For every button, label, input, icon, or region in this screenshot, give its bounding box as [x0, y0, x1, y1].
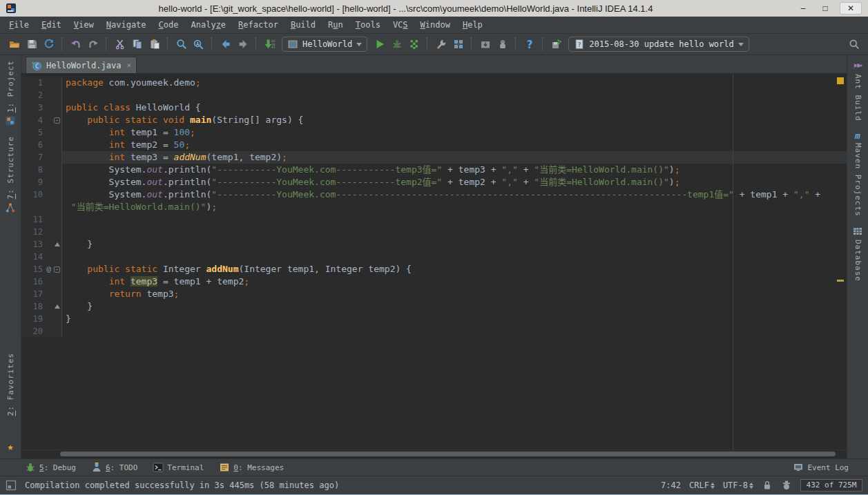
code-text[interactable]: int temp2 = 50; — [62, 139, 847, 151]
inspection-profile-icon[interactable] — [781, 480, 792, 491]
warning-stripe-mark[interactable] — [837, 280, 844, 282]
line-ending-selector[interactable]: CRLF — [689, 481, 715, 490]
fold-end-icon[interactable] — [55, 242, 60, 246]
code-text[interactable]: package com.youmeek.demo; — [62, 77, 847, 89]
code-text[interactable]: } — [62, 238, 847, 251]
code-text[interactable]: int temp3 = addNum(temp1, temp2); — [62, 151, 847, 164]
code-text[interactable]: System.out.println("-----------YouMeek.c… — [62, 188, 847, 201]
menu-build[interactable]: Build — [284, 18, 322, 32]
code-line-15[interactable]: 15@- public static Integer addNum(Intege… — [21, 263, 847, 275]
menu-code[interactable]: Code — [153, 18, 185, 32]
tool-window-button-7-structure[interactable]: 7: Structure — [5, 131, 16, 217]
replace-button[interactable]: A — [190, 36, 207, 53]
code-text[interactable]: "当前类=HelloWorld.main()"); — [62, 201, 847, 213]
run-button[interactable] — [371, 36, 388, 53]
code-line-2[interactable]: 2 — [21, 89, 847, 101]
close-button[interactable]: ✕ — [840, 2, 862, 14]
code-line-18[interactable]: 18 } — [21, 300, 847, 313]
code-text[interactable]: System.out.println("-----------YouMeek.c… — [62, 164, 847, 176]
tool-window-button-1-project[interactable]: 1: Project — [5, 55, 16, 131]
run-configuration-selector[interactable]: HelloWorld — [282, 37, 367, 52]
vcs-commit-button[interactable] — [548, 36, 565, 53]
code-text[interactable]: } — [62, 300, 847, 313]
tool-window-button-terminal[interactable]: Terminal — [153, 462, 204, 473]
tool-window-button-6-todo[interactable]: 6: TODO — [91, 462, 137, 473]
code-line-19[interactable]: 19} — [21, 313, 847, 325]
code-text[interactable] — [62, 325, 847, 338]
memory-indicator[interactable]: 432 of 725M — [800, 479, 862, 492]
lock-icon[interactable] — [762, 480, 773, 491]
menu-run[interactable]: Run — [322, 18, 349, 32]
menu-tools[interactable]: Tools — [349, 18, 387, 32]
code-line-20[interactable]: 20 — [21, 325, 847, 338]
forward-button[interactable] — [234, 36, 251, 53]
menu-help[interactable]: Help — [456, 18, 489, 32]
code-line-3[interactable]: 3public class HelloWorld { — [21, 101, 847, 114]
back-button[interactable] — [217, 36, 234, 53]
tab-close-icon[interactable]: × — [126, 61, 131, 70]
tool-window-button-0-messages[interactable]: 0: Messages — [219, 462, 284, 473]
debug-button[interactable] — [388, 36, 405, 53]
redo-button[interactable] — [84, 36, 102, 53]
search-everywhere-button[interactable] — [845, 36, 862, 53]
code-editor[interactable]: 1package com.youmeek.demo;23public class… — [21, 74, 847, 449]
menu-refactor[interactable]: Refactor — [232, 18, 284, 32]
code-text[interactable]: int temp3 = temp1 + temp2; — [62, 275, 847, 288]
help-button[interactable]: ? — [521, 36, 538, 53]
code-text[interactable]: public class HelloWorld { — [62, 101, 847, 114]
undo-button[interactable] — [67, 36, 84, 53]
avd-manager-button[interactable] — [494, 36, 511, 53]
code-line-5[interactable]: 5 int temp1 = 100; — [21, 126, 847, 139]
code-line-10[interactable]: 10 System.out.println("-----------YouMee… — [21, 188, 847, 201]
code-text[interactable] — [62, 89, 847, 101]
code-line-12[interactable]: 12 — [21, 226, 847, 238]
save-all-button[interactable] — [23, 36, 40, 53]
code-text[interactable] — [62, 251, 847, 263]
code-text[interactable]: System.out.println("-----------YouMeek.c… — [62, 176, 847, 188]
maximize-button[interactable]: □ — [818, 3, 833, 13]
tool-window-button-5-debug[interactable]: 5: Debug — [25, 462, 76, 473]
open-project-button[interactable] — [6, 36, 23, 53]
menu-navigate[interactable]: Navigate — [100, 18, 153, 32]
settings-button[interactable] — [432, 36, 450, 53]
code-text[interactable]: } — [62, 313, 847, 325]
vcs-changelist-selector[interactable]: ?2015-08-30 update hello world — [568, 37, 749, 52]
menu-view[interactable]: View — [68, 18, 100, 32]
code-text[interactable] — [62, 226, 847, 238]
code-text[interactable] — [62, 213, 847, 226]
tool-window-button-2-favorites[interactable]: 2: Favorites★ — [6, 348, 15, 458]
code-line-8[interactable]: 8 System.out.println("-----------YouMeek… — [21, 164, 847, 176]
code-line-14[interactable]: 14 — [21, 251, 847, 263]
encoding-selector[interactable]: UTF-8 — [723, 481, 753, 490]
code-text[interactable]: return temp3; — [62, 288, 847, 300]
code-line-16[interactable]: 16 int temp3 = temp1 + temp2; — [21, 275, 847, 288]
project-structure-button[interactable] — [450, 36, 467, 53]
menu-file[interactable]: File — [3, 18, 35, 32]
code-text[interactable]: public static Integer addNum(Integer tem… — [62, 263, 847, 275]
code-line-11[interactable]: 11 — [21, 213, 847, 226]
horizontal-scrollbar-thumb[interactable] — [60, 452, 836, 456]
fold-collapse-icon[interactable]: - — [54, 117, 60, 124]
code-line-wrap[interactable]: "当前类=HelloWorld.main()"); — [21, 201, 847, 213]
file-status-indicator[interactable] — [837, 77, 844, 84]
code-line-4[interactable]: 4- public static void main(String[] args… — [21, 114, 847, 126]
vcs-update-button[interactable]: 011001 — [261, 36, 278, 53]
menu-window[interactable]: Window — [414, 18, 456, 32]
code-text[interactable]: public static void main(String[] args) { — [62, 114, 847, 126]
code-line-17[interactable]: 17 return temp3; — [21, 288, 847, 300]
code-text[interactable]: int temp1 = 100; — [62, 126, 847, 139]
sdk-manager-button[interactable] — [476, 36, 494, 53]
fold-collapse-icon[interactable]: - — [54, 266, 60, 273]
copy-button[interactable] — [128, 36, 146, 53]
code-line-7[interactable]: 7 int temp3 = addNum(temp1, temp2); — [21, 151, 847, 164]
tool-window-toggle-icon[interactable] — [6, 480, 17, 491]
tool-window-button-maven-projects[interactable]: mMaven Projects — [853, 126, 862, 222]
cut-button[interactable] — [111, 36, 128, 53]
tool-window-button-ant-build[interactable]: Ant Build — [852, 55, 863, 126]
find-button[interactable] — [173, 36, 190, 53]
event-log-button[interactable]: Event Log — [793, 462, 849, 473]
code-line-13[interactable]: 13 } — [21, 238, 847, 251]
minimize-button[interactable]: – — [795, 3, 811, 13]
tab-helloworld-java[interactable]: C HelloWorld.java × — [26, 57, 137, 73]
code-line-9[interactable]: 9 System.out.println("-----------YouMeek… — [21, 176, 847, 188]
